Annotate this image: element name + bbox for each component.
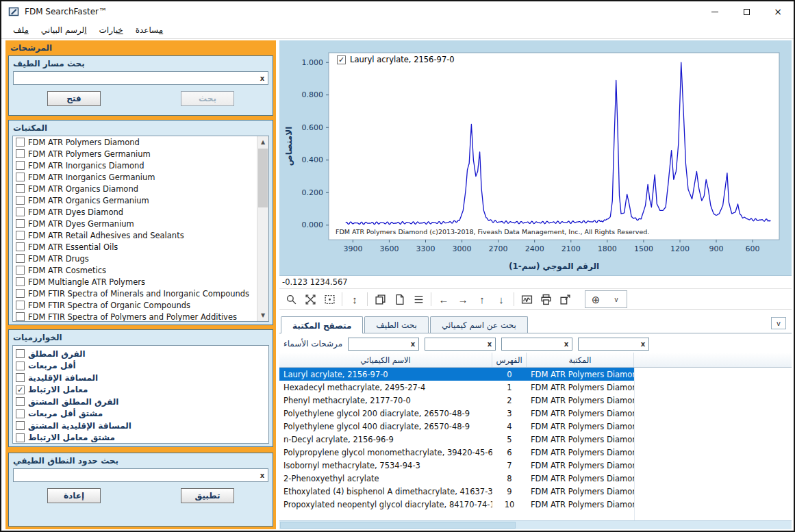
libraries-scrollbar[interactable]: ▲ ▼ — [257, 136, 268, 321]
tab-overflow-button[interactable]: v — [771, 317, 786, 329]
clear-filter-icon[interactable]: x — [561, 340, 572, 348]
scrollbar-thumb[interactable] — [280, 522, 516, 529]
algorithm-checkbox[interactable] — [16, 421, 25, 430]
print-icon[interactable] — [537, 290, 555, 308]
table-row[interactable]: Ethoxylated (4) bisphenol A dimethacryla… — [279, 485, 634, 498]
table-row[interactable]: Isobornyl methacrylate, 7534-94-37FDM AT… — [279, 459, 634, 472]
library-checkbox[interactable] — [16, 219, 25, 228]
library-checkbox[interactable] — [16, 312, 25, 321]
library-item[interactable]: FDM ATR Organics Germanium — [13, 194, 257, 206]
apply-button[interactable]: تطبيق — [181, 488, 234, 503]
column-header-index[interactable]: الفهرس — [492, 353, 527, 367]
tab-chemical-name-search[interactable]: بحث عن اسم كيميائي — [430, 316, 528, 333]
menu-help[interactable]: مساعدة — [129, 23, 170, 38]
library-item[interactable]: FDM ATR Polymers Germanium — [13, 148, 257, 160]
name-filter-input-1[interactable] — [349, 339, 407, 349]
clear-path-icon[interactable]: x — [257, 75, 268, 82]
algorithm-item[interactable]: أقل مربعات — [16, 360, 266, 372]
dropdown-caret-icon[interactable]: v — [606, 291, 627, 307]
minimize-button[interactable] — [699, 1, 731, 22]
algorithm-item[interactable]: المسافة الإقليدية المشتق — [16, 420, 266, 432]
algorithm-item[interactable]: المسافة الإقليدية — [16, 372, 266, 384]
table-row[interactable]: Lauryl acrylate, 2156-97-00FDM ATR Polym… — [279, 368, 634, 381]
table-row[interactable]: Polypropylene glycol monomethacrylate, 3… — [279, 446, 634, 459]
cursor-target-icon[interactable]: ⊕ — [585, 291, 606, 307]
zoom-extents-icon[interactable] — [301, 290, 319, 308]
export-icon[interactable] — [556, 290, 574, 308]
library-item[interactable]: FDM ATR Essential Oils — [13, 241, 257, 253]
library-item[interactable]: FDM ATR Cosmetics — [13, 264, 257, 276]
peak-table-icon[interactable] — [409, 290, 427, 308]
algorithm-checkbox[interactable] — [16, 433, 25, 442]
name-filter-input-3[interactable] — [502, 339, 561, 349]
library-checkbox[interactable] — [16, 184, 25, 193]
library-item[interactable]: FDM ATR Dyes Germanium — [13, 218, 257, 229]
library-item[interactable]: FDM ATR Organics Diamond — [13, 183, 257, 194]
algorithm-checkbox[interactable]: ✓ — [16, 385, 25, 394]
library-item[interactable]: FDM ATR Inorganics Diamond — [13, 160, 257, 171]
scroll-up-icon[interactable]: ▲ — [257, 136, 268, 148]
zoom-window-icon[interactable] — [320, 290, 338, 308]
library-item[interactable]: FDM ATR Drugs — [13, 253, 257, 264]
close-button[interactable]: × — [762, 1, 794, 22]
library-item[interactable]: FDM FTIR Spectra of Polymers and Polymer… — [13, 311, 257, 322]
algorithm-item[interactable]: الفرق المطلق المشتق — [16, 396, 266, 408]
algorithm-item[interactable]: ✓معامل الارتباط — [16, 384, 266, 396]
table-row[interactable]: 2-Phenoxyethyl acrylate8FDM ATR Polymers… — [279, 472, 634, 485]
library-checkbox[interactable] — [16, 242, 25, 251]
search-button[interactable]: بحث — [181, 91, 234, 106]
algorithm-item[interactable]: الفرق المطلق — [16, 348, 266, 360]
algorithm-item[interactable]: مشتق أقل مربعات — [16, 408, 266, 420]
table-row[interactable]: Polyethylene glycol 400 diacrylate, 2657… — [279, 420, 634, 433]
column-header-name[interactable]: الاسم الكيميائي — [279, 353, 492, 367]
library-checkbox[interactable] — [16, 207, 25, 216]
new-view-icon[interactable] — [390, 290, 408, 308]
move-left-icon[interactable]: ← — [435, 290, 453, 308]
spectral-range-input[interactable] — [14, 470, 257, 480]
column-header-library[interactable]: المكتبة — [527, 353, 634, 367]
move-right-icon[interactable]: → — [454, 290, 472, 308]
library-checkbox[interactable] — [16, 138, 25, 147]
library-item[interactable]: FDM FTIR Spectra of Minerals and Inorgan… — [13, 288, 257, 299]
copy-view-icon[interactable] — [371, 290, 389, 308]
library-checkbox[interactable] — [16, 277, 25, 286]
reset-button[interactable]: إعادة — [47, 488, 101, 503]
table-row[interactable]: Polyethylene glycol 200 diacrylate, 2657… — [279, 407, 634, 420]
table-row[interactable]: Propoxylated neopentyl glycol diacrylate… — [279, 498, 634, 511]
name-filter-input-4[interactable] — [579, 339, 638, 349]
library-checkbox[interactable] — [16, 173, 25, 181]
table-row[interactable]: Hexadecyl methacrylate, 2495-27-41FDM AT… — [279, 381, 634, 394]
autoscale-vertical-icon[interactable]: ↕ — [346, 290, 364, 308]
library-item[interactable]: FDM ATR Inorganics Germanium — [13, 171, 257, 183]
zoom-tool-icon[interactable] — [282, 290, 300, 308]
tab-spectrum-search[interactable]: بحث الطيف — [364, 316, 429, 333]
scroll-down-icon[interactable]: ▼ — [257, 309, 268, 321]
library-item[interactable]: FDM ATR Dyes Diamond — [13, 206, 257, 218]
library-checkbox[interactable] — [16, 266, 25, 275]
tab-library-browser[interactable]: متصفح المكتبة — [281, 316, 363, 333]
table-row[interactable]: Phenyl methacrylate, 2177-70-02FDM ATR P… — [279, 394, 634, 407]
library-checkbox[interactable] — [16, 196, 25, 205]
algorithm-checkbox[interactable] — [16, 397, 25, 406]
library-item[interactable]: FDM Multiangle ATR Polymers — [13, 276, 257, 288]
library-checkbox[interactable] — [16, 301, 25, 309]
name-filter-input-2[interactable] — [425, 339, 484, 349]
algorithm-checkbox[interactable] — [16, 373, 25, 382]
algorithm-checkbox[interactable] — [16, 349, 25, 358]
clear-filter-icon[interactable]: x — [407, 340, 418, 348]
clear-filter-icon[interactable]: x — [484, 340, 495, 348]
library-item[interactable]: FDM ATR Retail Adhesives and Sealants — [13, 229, 257, 241]
menu-chart[interactable]: الرسم البياني — [35, 23, 93, 38]
move-down-icon[interactable]: ↓ — [492, 290, 510, 308]
maximize-button[interactable] — [731, 1, 762, 22]
library-checkbox[interactable] — [16, 254, 25, 263]
clear-range-icon[interactable]: x — [257, 472, 268, 479]
library-checkbox[interactable] — [16, 161, 25, 170]
algorithm-checkbox[interactable] — [16, 362, 25, 370]
spectrum-overlay-icon[interactable] — [518, 290, 535, 308]
library-item[interactable]: FDM FTIR Spectra of Organic Compounds — [13, 299, 257, 311]
move-up-icon[interactable]: ↑ — [473, 290, 491, 308]
library-checkbox[interactable] — [16, 231, 25, 240]
menu-file[interactable]: ملف — [7, 23, 35, 38]
library-item[interactable]: FDM ATR Polymers Diamond — [13, 136, 257, 148]
